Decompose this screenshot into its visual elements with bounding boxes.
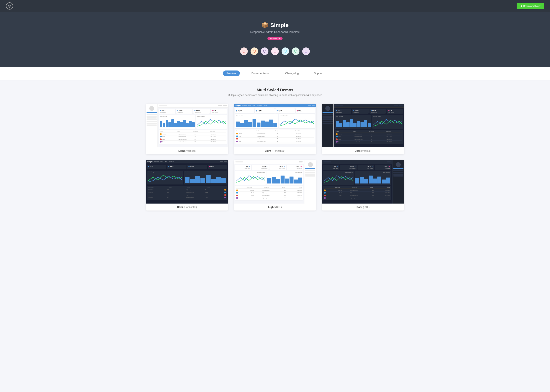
- logo-icon: ◎: [6, 2, 13, 9]
- hero-title-row: 📦 Simple: [4, 22, 546, 28]
- angular-icon[interactable]: ⬡: [240, 48, 248, 55]
- topbar: [158, 104, 228, 108]
- redux-icon[interactable]: ⬡: [302, 48, 310, 55]
- demo-preview-dark-horizontal: Simple Dashboard Pages Other Extra Pages: [146, 160, 228, 203]
- sass-icon[interactable]: ⬡: [271, 48, 279, 55]
- demo-label-light-rtl: Light (RTL): [234, 203, 316, 210]
- demo-card-dark-horizontal[interactable]: Simple Dashboard Pages Other Extra Pages: [146, 160, 228, 210]
- nav-changelog[interactable]: Changelog: [282, 70, 303, 76]
- demo-preview-light-vertical: 8954Calls Made 7841Total Users 6521Total…: [146, 104, 228, 147]
- dash-body: 8954Calls Made 7841Total Users 6521Total…: [158, 108, 228, 147]
- demo-label-light-horizontal: Light (Horizontal): [234, 147, 316, 154]
- site-header: ◎ ⬇ Download Now: [0, 0, 550, 12]
- hero-icon: 📦: [261, 22, 268, 28]
- demo-preview-light-horizontal: Simple Dashboard Pages Other Extra Pages…: [234, 104, 316, 147]
- version-badge: Version 2.0: [268, 37, 282, 40]
- section-title: Multi Styled Demos: [146, 88, 404, 92]
- demo-preview-dark-rtl: 325Total Sales 6521Total Pages 7841Total…: [322, 160, 404, 203]
- react-icon[interactable]: ⬡: [282, 48, 289, 55]
- nav-bar: Preview Documentation Changelog Support: [0, 67, 550, 80]
- tech-icons: ⬡ ⬡ ⬡ ⬡ ⬡ ⬡ ⬡: [4, 48, 546, 55]
- hero-title: Simple: [270, 22, 289, 28]
- nav-support[interactable]: Support: [310, 70, 327, 76]
- demo-label-dark-horizontal: Dark (Horizontal): [146, 203, 228, 210]
- demo-label-dark-rtl: Dark (RTL): [322, 203, 404, 210]
- hero-subtitle: Responsive Admin Dashboard Template: [4, 30, 546, 34]
- demo-card-light-rtl[interactable]: 325Total Sales 6521Total Pages 7841Total…: [234, 160, 316, 210]
- demo-preview-light-rtl: 325Total Sales 6521Total Pages 7841Total…: [234, 160, 316, 203]
- html5-icon[interactable]: ⬡: [251, 48, 258, 55]
- download-button[interactable]: ⬇ Download Now: [517, 3, 544, 9]
- nav-preview[interactable]: Preview: [223, 70, 240, 76]
- demo-card-light-horizontal[interactable]: Simple Dashboard Pages Other Extra Pages…: [234, 104, 316, 154]
- bootstrap-icon[interactable]: ⬡: [261, 48, 268, 55]
- demo-preview-dark-vertical: 8954Calls Made 7841Total Users 6521Total…: [322, 104, 404, 147]
- main-area: 8954Calls Made 7841Total Users 6521Total…: [158, 104, 228, 147]
- main-content: Multi Styled Demos Multiple styled demos…: [136, 80, 414, 218]
- logo: ◎: [6, 2, 13, 9]
- demo-card-light-vertical[interactable]: 8954Calls Made 7841Total Users 6521Total…: [146, 104, 228, 154]
- vue-icon[interactable]: ⬡: [292, 48, 299, 55]
- section-subtitle: Multiple styled demos are available allo…: [146, 93, 404, 97]
- sidebar: [146, 104, 158, 147]
- logo-symbol: ◎: [8, 4, 11, 8]
- demo-card-dark-vertical[interactable]: 8954Calls Made 7841Total Users 6521Total…: [322, 104, 404, 154]
- hero-section: 📦 Simple Responsive Admin Dashboard Temp…: [0, 12, 550, 67]
- demo-label-dark-vertical: Dark (Vertical): [322, 147, 404, 154]
- nav-documentation[interactable]: Documentation: [248, 70, 274, 76]
- demo-label-light-vertical: Light (Vertical): [146, 147, 228, 154]
- sidebar-dark: [322, 104, 334, 147]
- demo-grid: 8954Calls Made 7841Total Users 6521Total…: [146, 104, 404, 210]
- demo-card-dark-rtl[interactable]: 325Total Sales 6521Total Pages 7841Total…: [322, 160, 404, 210]
